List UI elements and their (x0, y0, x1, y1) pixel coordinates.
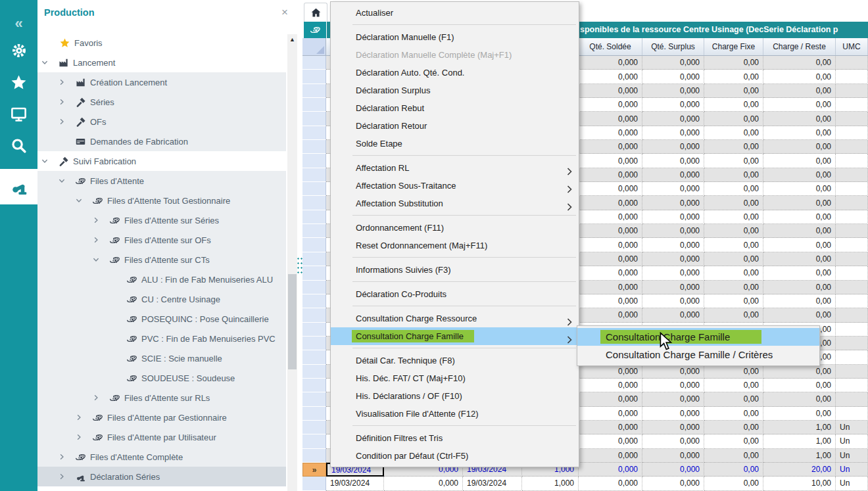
grid-cell[interactable]: 0,000 (579, 56, 642, 70)
row-header[interactable] (302, 281, 326, 294)
tree-item[interactable]: Files d'Attente Tout Gestionnaire (37, 191, 286, 210)
grid-cell[interactable]: 0,000 (579, 463, 642, 477)
grid-cell[interactable]: 0,00 (763, 224, 836, 238)
grid-cell[interactable] (836, 238, 868, 252)
tree-item[interactable]: Lancement (37, 53, 286, 72)
grid-cell[interactable]: 0,00 (763, 56, 836, 70)
row-header[interactable] (302, 140, 326, 154)
grid-cell[interactable]: 0,000 (579, 308, 642, 322)
chevron-right-icon[interactable] (58, 452, 74, 462)
row-header[interactable] (302, 182, 326, 196)
grid-cell[interactable]: 0,00 (704, 224, 763, 238)
row-header[interactable] (302, 421, 326, 434)
grid-cell[interactable] (836, 266, 868, 280)
chevron-right-icon[interactable] (75, 432, 91, 442)
grid-cell[interactable]: 0,00 (763, 365, 836, 379)
grid-cell[interactable]: 0,00 (763, 84, 836, 98)
row-header[interactable] (302, 294, 326, 308)
grid-cell[interactable]: Un (836, 421, 868, 434)
grid-cell[interactable]: 0,00 (763, 281, 836, 294)
close-icon[interactable]: × (281, 6, 288, 19)
menu-item[interactable]: Déclaration Auto. Qté. Cond. (331, 64, 579, 82)
chevron-down-icon[interactable] (75, 195, 91, 206)
sidebar-scrollbar[interactable]: ▲ (287, 34, 297, 491)
row-header[interactable] (302, 112, 326, 126)
grid-cell[interactable]: 0,000 (579, 379, 642, 392)
row-header[interactable] (302, 168, 326, 182)
menu-item[interactable]: Déclaration Surplus (331, 82, 579, 99)
tree-item[interactable]: Files d'Attente sur Séries (37, 210, 286, 230)
grid-cell[interactable]: 0,00 (704, 407, 763, 421)
grid-cell[interactable]: 0,000 (642, 140, 704, 154)
grid-cell[interactable] (836, 56, 868, 70)
grid-cell[interactable]: 0,00 (704, 140, 763, 154)
row-header[interactable] (302, 210, 326, 224)
grid-cell[interactable]: 0,000 (579, 98, 642, 112)
menu-item[interactable]: Affectation Sous-Traitance (331, 177, 579, 195)
grid-cell[interactable]: 0,000 (579, 434, 642, 448)
row-header[interactable] (302, 266, 326, 280)
grid-cell[interactable]: 0,000 (579, 154, 642, 168)
grid-cell[interactable]: 0,000 (579, 126, 642, 140)
grid-cell[interactable]: 0,00 (763, 196, 836, 210)
grid-cell[interactable] (836, 196, 868, 210)
grid-cell[interactable]: 0,000 (642, 154, 704, 168)
tree-item[interactable]: OFs (37, 112, 286, 131)
menu-item[interactable]: Déclaration Retour (331, 117, 579, 135)
grid-cell[interactable]: 0,00 (704, 421, 763, 434)
grid-cell[interactable]: 0,000 (642, 98, 704, 112)
menu-item[interactable]: Condition par Défaut (Ctrl-F5) (331, 447, 579, 465)
chevron-down-icon[interactable] (41, 57, 57, 68)
grid-cell[interactable]: 0,00 (704, 126, 763, 140)
tree-item[interactable]: POSEQUINC : Pose Quincaillerie (37, 309, 286, 329)
grid-cell[interactable]: 0,000 (579, 281, 642, 294)
tree-item[interactable]: SCIE : Scie manuelle (37, 348, 286, 368)
grid-cell[interactable]: 0,000 (642, 308, 704, 322)
menu-item[interactable]: Affectation RL (331, 159, 579, 177)
grid-cell[interactable]: 0,000 (579, 392, 642, 406)
row-header[interactable] (302, 308, 326, 322)
grid-cell[interactable]: 0,000 (642, 379, 704, 392)
row-header[interactable] (302, 98, 326, 112)
grid-cell[interactable]: 0,000 (579, 140, 642, 154)
grid-cell[interactable] (836, 337, 868, 350)
grid-cell[interactable]: 0,00 (704, 56, 763, 70)
grid-cell[interactable]: 0,000 (579, 84, 642, 98)
grid-cell[interactable]: 0,000 (642, 365, 704, 379)
menu-item[interactable]: Définition Filtres et Tris (331, 429, 579, 447)
row-header[interactable] (302, 407, 326, 421)
row-header[interactable] (302, 154, 326, 168)
menu-item[interactable]: Déclaration Co-Produits (331, 285, 579, 303)
grid-cell[interactable]: 0,000 (579, 294, 642, 308)
grid-cell[interactable] (836, 294, 868, 308)
grid-cell[interactable]: 0,00 (763, 168, 836, 182)
grid-cell[interactable]: 0,000 (642, 421, 704, 434)
grid-cell[interactable]: 0,00 (763, 252, 836, 266)
grid-cell[interactable]: 0,000 (579, 112, 642, 126)
grid-cell[interactable]: 1,00 (763, 421, 836, 434)
menu-item[interactable]: Reset Ordonnancement (Maj+F11) (331, 237, 579, 254)
grid-cell[interactable]: 0,000 (579, 252, 642, 266)
grid-cell[interactable]: 0,00 (763, 154, 836, 168)
chevron-right-icon[interactable] (58, 471, 74, 482)
tab-queue[interactable] (304, 22, 326, 38)
row-header[interactable] (302, 323, 326, 337)
grid-cell[interactable]: 0,00 (763, 98, 836, 112)
grid-cell[interactable] (836, 112, 868, 126)
grid-cell[interactable] (836, 182, 868, 196)
grid-cell[interactable]: 0,00 (704, 84, 763, 98)
grid-cell[interactable]: 0,00 (704, 210, 763, 224)
grid-cell[interactable]: 0,000 (579, 365, 642, 379)
grid-cell[interactable]: 0,000 (579, 477, 642, 490)
tree-item[interactable]: Séries (37, 92, 286, 112)
grid-cell[interactable]: 0,000 (579, 70, 642, 83)
grid-cell[interactable]: Un (836, 449, 868, 463)
column-header[interactable]: Charge Fixe (704, 38, 763, 56)
grid-cell[interactable]: 0,00 (704, 168, 763, 182)
tree-item[interactable]: CU : Centre Usinage (37, 289, 286, 309)
grid-cell[interactable] (836, 308, 868, 322)
grid-cell[interactable]: 0,00 (763, 238, 836, 252)
grid-cell[interactable]: 0,00 (704, 281, 763, 294)
menu-item[interactable]: His. Déclarations / OF (F10) (331, 387, 579, 405)
submenu-item[interactable]: Consultation Charge Famille (577, 328, 819, 346)
